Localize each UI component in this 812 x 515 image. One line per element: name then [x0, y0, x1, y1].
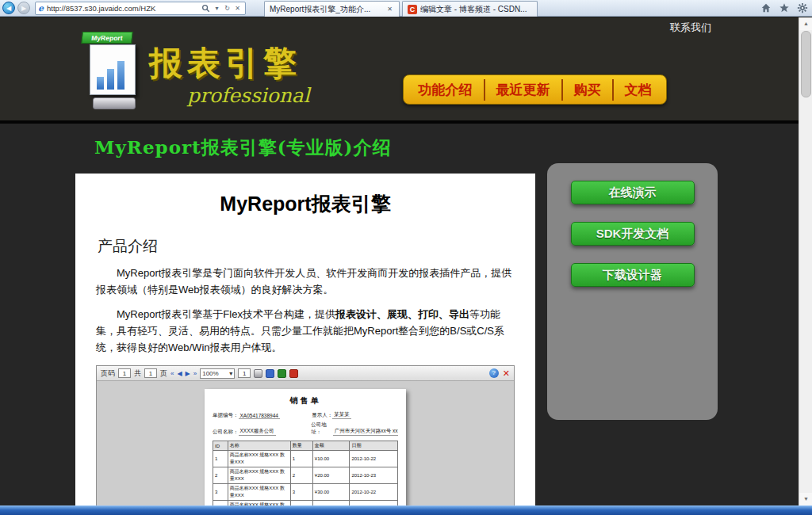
field-shown-by: 显示人： 某某某 — [312, 411, 398, 419]
field-label: 公司名称： — [213, 429, 239, 436]
total-label: 共 — [134, 368, 141, 379]
field-company-name: 公司名称： XXXX服务公司 — [213, 422, 311, 436]
forward-button[interactable]: ▶ — [17, 2, 30, 14]
scrollbar-thumb[interactable] — [801, 31, 811, 97]
scroll-down-icon[interactable]: ▼ — [799, 493, 812, 505]
cell: 2012-10-22 — [350, 451, 398, 467]
next-page-button[interactable]: ▶ — [186, 370, 190, 377]
report-title: 销售单 — [213, 395, 398, 406]
cell: ¥20.00 — [312, 467, 350, 484]
viewer-corner-controls: ? ✕ — [489, 368, 510, 378]
paragraph-segment: MyReport报表引擎基于Flex技术平台构建，提供 — [117, 308, 335, 320]
print-setup-icon[interactable] — [266, 369, 274, 378]
nav-item-features[interactable]: 功能介绍 — [408, 79, 484, 101]
page-suffix-label: 页 — [160, 368, 167, 379]
export-pdf-icon[interactable] — [289, 369, 298, 378]
search-icon[interactable] — [201, 4, 212, 13]
cell: 1 — [213, 451, 228, 467]
sidebar-panel: 在线演示 SDK开发文档 下载设计器 — [547, 163, 718, 420]
tab-close-icon[interactable]: ✕ — [385, 6, 394, 13]
back-button[interactable]: ◀ — [2, 2, 15, 14]
cell: 2 — [213, 467, 228, 484]
article-panel: MyReport报表引擎 产品介绍 MyReport报表引擎是专门面向软件开发人… — [75, 174, 535, 505]
first-page-button[interactable]: « — [170, 370, 174, 377]
address-bar[interactable]: e http://8537.s30.javaidc.com/HZK ▾ ↻ ✕ — [35, 2, 246, 15]
brand-subtitle: professional — [187, 84, 310, 107]
contact-link[interactable]: 联系我们 — [670, 21, 711, 35]
article-title: MyReport报表引擎 — [96, 191, 515, 217]
logo-printer-icon — [93, 97, 136, 109]
table-row: 3 商品名称XXX 规格XXX 数量XXX 3 ¥30.00 2012-10-2… — [213, 484, 398, 501]
export-excel-icon[interactable] — [278, 369, 286, 378]
field-label: 公司地址： — [311, 422, 332, 436]
paragraph-bold-segment: 报表设计、展现、打印、导出 — [335, 308, 469, 320]
scroll-up-icon[interactable]: ▲ — [799, 17, 812, 30]
webpage: 联系我们 MyReport 报表引擎 professional 功能介绍 最近更… — [0, 17, 799, 505]
sdk-docs-button[interactable]: SDK开发文档 — [571, 222, 695, 246]
col-header: 名称 — [228, 441, 290, 451]
home-icon[interactable] — [760, 2, 772, 17]
chrome-command-icons — [760, 2, 808, 17]
page-number-input[interactable]: 1 — [118, 368, 131, 378]
total-pages-box: 1 — [144, 368, 157, 378]
table-header-row: ID 名称 数量 金额 日期 — [213, 441, 398, 451]
field-value: 广州市天河区天河路xx号 xx大厦 — [333, 428, 398, 436]
zoom-page-box[interactable]: 1 — [238, 368, 251, 378]
browser-chrome: ◀ ▶ e http://8537.s30.javaidc.com/HZK ▾ … — [0, 0, 812, 17]
prev-page-button[interactable]: ◀ — [177, 370, 182, 377]
page-label: 页码 — [101, 368, 115, 379]
zoom-value: 100% — [202, 370, 218, 377]
field-label: 显示人： — [312, 412, 332, 419]
report-toolbar: 页码 1 共 1 页 « ◀ ▶ » 100%▾ 1 — [97, 366, 514, 381]
logo-chart-bar — [107, 69, 114, 90]
brand-title: 报表引擎 — [149, 41, 301, 86]
favorites-star-icon[interactable] — [779, 2, 790, 17]
tab-csdn[interactable]: C 编辑文章 - 博客频道 - CSDN... — [402, 1, 538, 17]
paragraph-intro: MyReport报表引擎是专门面向软件开发人员、软件开发商而开发的报表插件产品，… — [96, 265, 515, 298]
online-demo-button[interactable]: 在线演示 — [571, 181, 695, 204]
cell: 商品名称XXX 规格XXX 数量XXX — [228, 451, 290, 467]
print-icon[interactable] — [254, 369, 262, 378]
address-dropdown-icon[interactable]: ▾ — [212, 5, 222, 12]
last-page-button[interactable]: » — [193, 370, 197, 377]
browser-viewport: 联系我们 MyReport 报表引擎 professional 功能介绍 最近更… — [0, 17, 812, 505]
site-logo: MyReport — [82, 32, 153, 111]
cell: 2012-10-23 — [350, 467, 398, 484]
field-value: XXXX服务公司 — [239, 428, 276, 436]
report-viewer: 页码 1 共 1 页 « ◀ ▶ » 100%▾ 1 — [96, 365, 515, 505]
section-title: 产品介绍 — [98, 236, 515, 257]
col-header: 数量 — [290, 441, 312, 451]
tab-label: 编辑文章 - 博客频道 - CSDN... — [420, 4, 532, 15]
report-field-row: 公司名称： XXXX服务公司 公司地址： 广州市天河区天河路xx号 xx大厦 — [213, 422, 398, 436]
report-table: ID 名称 数量 金额 日期 1 — [213, 441, 398, 505]
field-value: 某某某 — [332, 411, 351, 419]
tools-gear-icon[interactable] — [797, 2, 808, 17]
main-nav: 功能介绍 最近更新 购买 文档 — [403, 74, 667, 105]
vertical-scrollbar[interactable]: ▲ ▼ — [799, 17, 812, 505]
site-header: 联系我们 MyReport 报表引擎 professional 功能介绍 最近更… — [0, 17, 799, 120]
logo-chart-bar — [97, 77, 104, 90]
page-heading: MyReport报表引擎(专业版)介绍 — [94, 135, 392, 160]
report-field-row: 单据编号： XA05417838944 显示人： 某某某 — [213, 411, 398, 419]
nav-item-buy[interactable]: 购买 — [561, 79, 612, 101]
logo-document-icon — [90, 44, 136, 95]
download-designer-button[interactable]: 下载设计器 — [571, 263, 695, 287]
help-icon[interactable]: ? — [489, 368, 499, 378]
cell: 商品名称XXX 规格XXX 数量XXX — [228, 467, 290, 484]
tab-myreport[interactable]: MyReport报表引擎_功能介... ✕ — [264, 1, 400, 17]
viewer-close-icon[interactable]: ✕ — [503, 369, 510, 378]
stop-icon[interactable]: ✕ — [232, 5, 243, 12]
zoom-select[interactable]: 100%▾ — [200, 368, 235, 379]
ie-icon: e — [38, 3, 44, 13]
refresh-icon[interactable]: ↻ — [222, 5, 232, 12]
cell: 2012-10-22 — [350, 484, 398, 501]
csdn-icon: C — [408, 5, 417, 14]
nav-item-updates[interactable]: 最近更新 — [484, 79, 561, 101]
field-company-address: 公司地址： 广州市天河区天河路xx号 xx大厦 — [311, 422, 398, 436]
col-header: ID — [213, 441, 228, 451]
header-divider — [0, 120, 799, 124]
url-text[interactable]: http://8537.s30.javaidc.com/HZK — [47, 4, 201, 13]
zoom-dropdown-icon: ▾ — [229, 370, 232, 377]
nav-item-docs[interactable]: 文档 — [612, 79, 663, 101]
cell: 1 — [290, 451, 312, 467]
